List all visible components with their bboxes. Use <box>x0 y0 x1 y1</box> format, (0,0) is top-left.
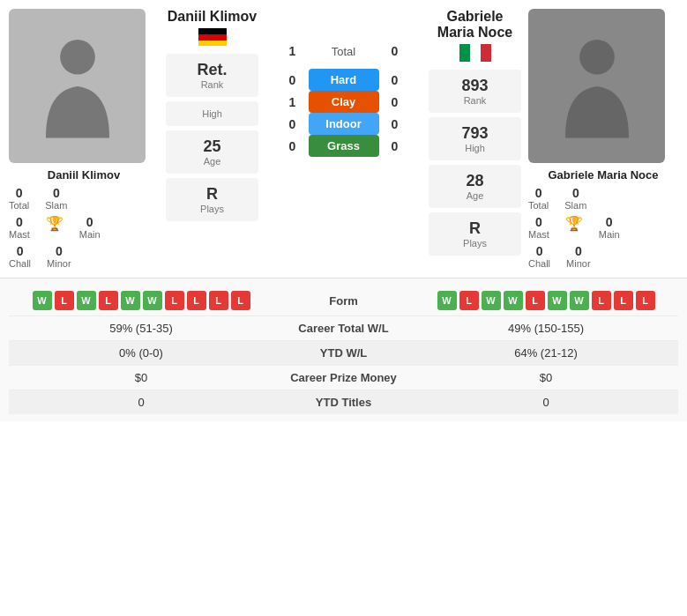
right-total-score: 0 <box>386 44 404 58</box>
stats-right-2: $0 <box>422 371 669 384</box>
left-form-badge-6: L <box>165 291 184 310</box>
right-age-block: 28 Age <box>429 165 521 208</box>
left-total-label: Total <box>9 200 29 211</box>
left-age-value: 25 <box>203 137 220 156</box>
left-name-top-area: Daniil Klimov <box>166 9 258 49</box>
stats-row-2: $0 Career Prize Money $0 <box>9 366 678 390</box>
left-player-col: Daniil Klimov 0 Total 0 Slam 0 Mast 🏆 <box>9 9 159 269</box>
right-total-label: Total <box>528 200 549 211</box>
court-rows: 0 Hard 0 1 Clay 0 0 Indoor 0 0 Grass 0 <box>264 69 423 157</box>
right-form-badge-5: W <box>548 291 567 310</box>
left-slam-value: 0 <box>53 186 60 200</box>
right-rank-block: 893 Rank <box>429 70 521 113</box>
left-total-cell: 0 Total <box>9 186 29 211</box>
court-row-clay: 1 Clay 0 <box>264 91 423 113</box>
left-total-value: 0 <box>16 186 23 200</box>
right-flag <box>429 44 521 62</box>
svg-rect-1 <box>198 28 227 34</box>
right-form-badge-6: W <box>570 291 589 310</box>
left-rank-label: Rank <box>201 79 224 90</box>
left-total-score: 1 <box>284 44 302 58</box>
left-form-badge-8: L <box>209 291 228 310</box>
right-rank-label: Rank <box>464 95 487 106</box>
right-detail-stats: Gabriele Maria Noce 893 Rank 7 <box>429 9 521 256</box>
total-row: 1 Total 0 <box>264 44 423 58</box>
left-mast-cell: 0 Mast <box>9 215 30 240</box>
svg-rect-4 <box>459 44 470 62</box>
right-player-name: Gabriele Maria Noce <box>528 168 678 182</box>
left-plays-block: R Plays <box>166 178 258 221</box>
right-form-badge-1: L <box>459 291 479 310</box>
right-slam-label: Slam <box>564 200 586 211</box>
svg-rect-5 <box>470 44 481 62</box>
right-form-badge-7: L <box>592 291 611 310</box>
court-btn-grass[interactable]: Grass <box>309 135 379 157</box>
left-avatar-svg <box>38 29 117 144</box>
stats-right-1: 64% (21-12) <box>422 346 669 360</box>
left-mast-label: Mast <box>9 229 30 240</box>
right-stats-row-2: 0 Mast 🏆 0 Main <box>528 215 678 240</box>
right-age-label: Age <box>467 190 484 201</box>
right-plays-label: Plays <box>463 238 487 249</box>
court-right-score-1: 0 <box>386 95 404 109</box>
left-rank-value: Ret. <box>197 61 227 79</box>
stats-row-1: 0% (0-0) YTD W/L 64% (21-12) <box>9 341 678 366</box>
right-form-badge-8: L <box>614 291 633 310</box>
stats-center-0: Career Total W/L <box>265 322 422 335</box>
left-form-badge-2: W <box>77 291 96 310</box>
court-left-score-2: 0 <box>284 117 302 131</box>
left-plays-label: Plays <box>200 204 224 214</box>
players-section: Daniil Klimov 0 Total 0 Slam 0 Mast 🏆 <box>0 0 687 278</box>
right-form-badge-0: W <box>437 291 457 310</box>
left-main-cell: 0 Main <box>79 215 101 240</box>
court-btn-hard[interactable]: Hard <box>309 69 379 91</box>
main-container: Daniil Klimov 0 Total 0 Slam 0 Mast 🏆 <box>0 0 687 421</box>
center-area: Daniil Klimov Ret. Rank <box>166 9 521 256</box>
court-right-score-3: 0 <box>386 139 404 153</box>
left-form-badge-4: W <box>121 291 140 310</box>
left-stats-row-2: 0 Mast 🏆 0 Main <box>9 215 159 240</box>
left-minor-value: 0 <box>56 244 63 258</box>
right-form-badge-9: L <box>636 291 655 310</box>
court-btn-clay[interactable]: Clay <box>309 91 379 113</box>
left-plays-value: R <box>206 185 218 204</box>
left-form-badge-0: W <box>33 291 52 310</box>
total-label: Total <box>309 45 379 58</box>
svg-point-0 <box>60 39 95 74</box>
it-flag-icon <box>459 44 491 62</box>
left-chall-value: 0 <box>17 244 24 258</box>
right-main-label: Main <box>599 229 620 240</box>
left-detail-stats: Daniil Klimov Ret. Rank <box>166 9 258 256</box>
left-age-block: 25 Age <box>166 130 258 174</box>
right-name-top-area: Gabriele Maria Noce <box>429 9 521 65</box>
right-age-value: 28 <box>466 172 483 190</box>
left-stats-row-1: 0 Total 0 Slam <box>9 186 159 211</box>
left-player-photo <box>9 9 146 163</box>
left-form-badge-5: W <box>143 291 162 310</box>
right-trophy: 🏆 <box>565 215 583 240</box>
stats-right-3: 0 <box>422 396 669 409</box>
right-stats-row-3: 0 Chall 0 Minor <box>528 244 678 269</box>
left-name-top: Daniil Klimov <box>166 9 258 25</box>
left-player-name: Daniil Klimov <box>9 168 159 182</box>
right-player-col: Gabriele Maria Noce 0 Total 0 Slam 0 Mas… <box>528 9 678 269</box>
stats-left-2: $0 <box>18 371 265 384</box>
right-mast-value: 0 <box>535 215 542 229</box>
court-btn-indoor[interactable]: Indoor <box>309 113 379 135</box>
left-minor-cell: 0 Minor <box>47 244 71 269</box>
left-chall-cell: 0 Chall <box>9 244 31 269</box>
right-player-photo <box>528 9 665 163</box>
left-slam-cell: 0 Slam <box>45 186 67 211</box>
left-chall-label: Chall <box>9 258 31 269</box>
court-left-score-0: 0 <box>284 73 302 87</box>
left-slam-label: Slam <box>45 200 67 211</box>
svg-rect-3 <box>198 41 227 46</box>
courts-box: 1 Total 0 0 Hard 0 1 Clay 0 0 Indoor 0 0… <box>264 9 423 256</box>
left-high-label: High <box>202 108 222 119</box>
right-chall-cell: 0 Chall <box>528 244 550 269</box>
left-mast-value: 0 <box>16 215 23 229</box>
stats-center-3: YTD Titles <box>265 396 422 409</box>
right-form-badge-3: W <box>504 291 523 310</box>
right-high-block: 793 High <box>429 117 521 160</box>
de-flag-icon <box>198 28 227 46</box>
